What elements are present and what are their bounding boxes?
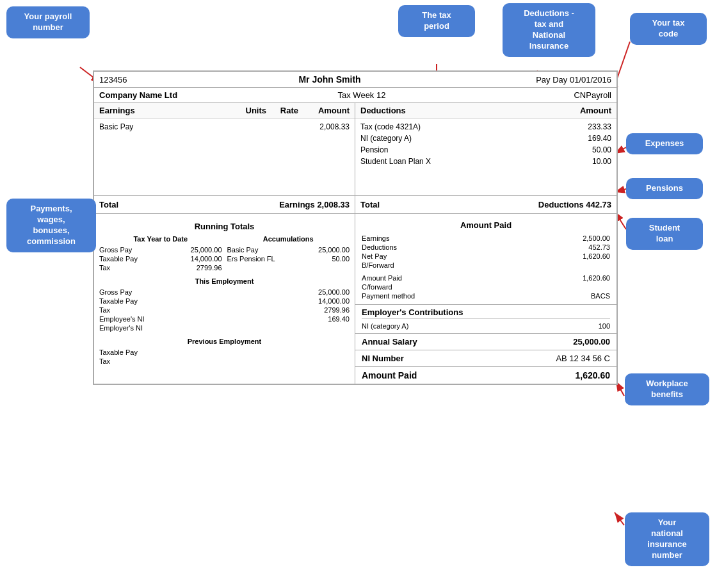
tax-year-title: Tax Year to Date: [99, 235, 222, 243]
ni-number-value: AB 12 34 56 C: [556, 354, 610, 363]
deduction-item-ni: NI (category A) 169.40: [360, 133, 611, 144]
te-employee-ni-val: 169.40: [308, 315, 350, 323]
earnings-item-basic-pay: Basic Pay 2,008.33: [99, 121, 350, 133]
annual-salary-row: Annual Salary 25,000.00: [355, 334, 616, 350]
earnings-total: Total Earnings 2,008.33: [94, 195, 355, 213]
basic-pay-amount: 2,008.33: [298, 122, 350, 131]
annual-salary-value: 25,000.00: [573, 337, 610, 347]
ap-net-pay-label: Net Pay: [362, 252, 565, 260]
ap-cforward: C/forward: [362, 282, 610, 291]
pay-day: Pay Day 01/01/2016: [483, 75, 611, 85]
acc-ers-pension-label: Ers Pension FL: [227, 255, 309, 263]
earnings-units-header: Units: [234, 106, 266, 115]
ec-ni-val: 100: [565, 322, 610, 330]
rt-tax-label: Tax: [99, 264, 181, 272]
ap-cforward-label: C/forward: [362, 283, 565, 291]
deduction-item-pension: Pension 50.00: [360, 144, 611, 156]
ap-bforward-val: [565, 261, 610, 269]
accumulations-title: Accumulations: [227, 235, 350, 243]
pe-tax-val: [308, 357, 350, 365]
rt-taxable-pay-val: 14,000.00: [181, 255, 222, 263]
pension-amount: 50.00: [560, 145, 611, 154]
final-amount-paid-value: 1,620.60: [576, 370, 611, 380]
deduction-item-student-loan: Student Loan Plan X 10.00: [360, 156, 611, 167]
running-totals-columns: Tax Year to Date Gross Pay 25,000.00 Tax…: [99, 235, 350, 272]
bubble-payments: Payments,wages,bonuses,commission: [6, 199, 96, 252]
rt-taxable-pay: Taxable Pay 14,000.00: [99, 254, 222, 263]
te-taxable-pay: Taxable Pay 14,000.00: [99, 297, 350, 306]
bubble-workplace-benefits: Workplacebenefits: [625, 373, 709, 405]
bubble-payroll-number: Your payrollnumber: [6, 6, 90, 38]
ap-bforward: B/Forward: [362, 261, 610, 270]
pe-taxable-pay: Taxable Pay: [99, 348, 350, 357]
ap-earnings-label: Earnings: [362, 234, 565, 242]
te-employer-ni-val: [308, 324, 350, 332]
rt-gross-pay-val: 25,000.00: [181, 246, 222, 254]
pe-taxable-pay-val: [308, 348, 350, 356]
ap-net-pay-val: 1,620.60: [565, 252, 610, 260]
ap-earnings: Earnings 2,500.00: [362, 234, 610, 243]
earnings-column: Earnings Units Rate Amount Basic Pay 2,0…: [94, 103, 355, 213]
tax-amount: 233.33: [560, 122, 611, 131]
basic-pay-label: Basic Pay: [99, 122, 234, 131]
te-employer-ni-label: Employer's NI: [99, 324, 308, 332]
ap-deductions-label: Deductions: [362, 243, 565, 251]
te-tax: Tax 2799.96: [99, 306, 350, 314]
prev-employment-title: Previous Employment: [99, 338, 350, 345]
ap-earnings-val: 2,500.00: [565, 234, 610, 242]
deductions-column: Deductions Amount Tax (code 4321A) 233.3…: [355, 103, 616, 213]
acc-basic-pay: Basic Pay 25,000.00: [227, 245, 350, 254]
te-tax-label: Tax: [99, 306, 308, 314]
ec-ni-label: NI (category A): [362, 322, 565, 330]
deductions-header: Deductions Amount: [355, 103, 616, 118]
company-name: Company Name Ltd: [99, 90, 240, 100]
ap-payment-method: Payment method BACS: [362, 291, 610, 300]
bubble-tax-period: The taxperiod: [398, 5, 475, 37]
this-employment-title: This Employment: [99, 277, 350, 285]
rt-tax: Tax 2799.96: [99, 263, 222, 272]
ap-payment-method-label: Payment method: [362, 292, 565, 300]
earnings-rate-header: Rate: [266, 106, 298, 115]
ap-deductions-val: 452.73: [565, 243, 610, 251]
deductions-total-value: Deductions 442.73: [528, 200, 611, 209]
earnings-body: Basic Pay 2,008.33: [94, 118, 355, 195]
te-gross-pay: Gross Pay 25,000.00: [99, 288, 350, 297]
main-columns: Earnings Units Rate Amount Basic Pay 2,0…: [94, 103, 616, 214]
student-loan-amount: 10.00: [560, 157, 611, 166]
annual-salary-label: Annual Salary: [362, 337, 417, 347]
earnings-total-value: Earnings 2,008.33: [266, 200, 350, 209]
ap-bforward-label: B/Forward: [362, 261, 565, 269]
ni-amount: 169.40: [560, 134, 611, 143]
tax-label: Tax (code 4321A): [360, 122, 560, 131]
acc-basic-pay-label: Basic Pay: [227, 246, 309, 254]
earnings-total-label: Total: [99, 200, 266, 209]
payroll-number: 123456: [99, 75, 176, 85]
pe-taxable-pay-label: Taxable Pay: [99, 348, 308, 356]
basic-pay-units: [234, 122, 266, 131]
employer-contributions: Employer's Contributions NI (category A)…: [355, 305, 616, 334]
ap-amount-paid: Amount Paid 1,620.60: [362, 274, 610, 282]
final-amount-paid-row: Amount Paid 1,620.60: [355, 367, 616, 384]
pension-label: Pension: [360, 145, 560, 154]
running-totals-section: Running Totals Tax Year to Date Gross Pa…: [94, 214, 355, 384]
ni-number-label: NI Number: [362, 354, 404, 363]
bubble-expenses: Expenses: [626, 133, 703, 154]
ap-cforward-val: [565, 283, 610, 291]
deductions-total: Total Deductions 442.73: [355, 195, 616, 213]
te-gross-pay-val: 25,000.00: [308, 288, 350, 296]
rt-tax-val: 2799.96: [181, 264, 222, 272]
te-tax-val: 2799.96: [308, 306, 350, 314]
amount-paid-box: Amount Paid Earnings 2,500.00 Deductions…: [355, 214, 616, 305]
earnings-title: Earnings: [99, 106, 234, 115]
deductions-amount-header: Amount: [560, 106, 611, 115]
final-amount-paid-label: Amount Paid: [362, 370, 417, 380]
svg-line-10: [615, 512, 624, 525]
header-row: 123456 Mr John Smith Pay Day 01/01/2016: [94, 72, 616, 88]
ec-ni: NI (category A) 100: [362, 322, 610, 331]
running-totals-title: Running Totals: [99, 219, 350, 235]
payslip-document: 123456 Mr John Smith Pay Day 01/01/2016 …: [93, 70, 618, 385]
cnpayroll: CNPayroll: [483, 90, 611, 100]
ap-net-pay: Net Pay 1,620.60: [362, 252, 610, 261]
earnings-header: Earnings Units Rate Amount: [94, 103, 355, 118]
accumulations-col: Accumulations Basic Pay 25,000.00 Ers Pe…: [227, 235, 350, 272]
